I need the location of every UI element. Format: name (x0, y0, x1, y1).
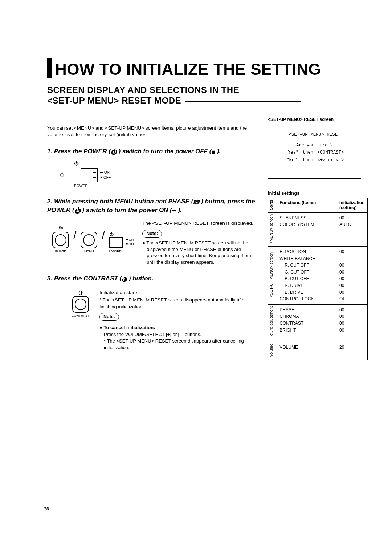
reset-no-left: "No" (283, 157, 301, 164)
reset-question: Are you sure ? (283, 142, 346, 149)
subtitle-line1: SCREEN DISPLAY AND SELECTIONS IN THE (47, 85, 301, 96)
initial-settings-caption: Initial settings (268, 190, 368, 196)
cancel-body2: * The <SET-UP MENU> RESET screen disappe… (99, 338, 258, 351)
sort-menu: <MENU> screen (269, 214, 273, 244)
step2-note-body: ● The <SET-UP MENU> RESET screen will no… (142, 240, 258, 265)
step2-title: 2. While pressing both MENU button and P… (47, 198, 258, 215)
power-icon: ⏻ (111, 148, 117, 156)
reset-yes-mid: then (301, 149, 315, 156)
table-row: Picture adjustment PHASECHROMACONTRASTBR… (268, 304, 368, 342)
contrast-icon: ◑ (122, 275, 127, 283)
header-functions: Functions (Items) (277, 198, 337, 212)
power-caption: POWER (74, 184, 258, 188)
table-row: Volume VOLUME 20 (268, 342, 368, 360)
power-icon: ⏻ (74, 207, 81, 215)
page-number: 10 (44, 506, 49, 511)
title-block: HOW TO INITIALIZE THE SETTING SCREEN DIS… (47, 58, 348, 106)
on-label: ON (104, 170, 110, 174)
step2-body: The <SET-UP MENU> RESET screen is displa… (142, 220, 258, 227)
reset-screen-caption: <SET-UP MENU> RESET screen (268, 117, 368, 122)
main-title: HOW TO INITIALIZE THE SETTING (55, 60, 321, 78)
reset-screen-title: <SET–UP MENU> RESET (268, 131, 361, 139)
setup-functions: H. POSITIONWHITE BALANCER. CUT OFFG. CUT… (277, 247, 337, 305)
sort-picture: Picture adjustment (269, 306, 273, 339)
step3-body1: Initialization starts. (99, 289, 258, 296)
cancel-body1: Press the VOLUME/SELECT [+] or [–] butto… (99, 331, 258, 338)
button-diagram: 📷︎ PHASE / MENU / ⏻ (52, 225, 135, 266)
step1-title: 1. Press the POWER (⏻ ) switch to turn t… (47, 147, 258, 156)
table-row: <MENU> screen SHARPNESSCOLOR SYSTEM 00AU… (268, 212, 368, 246)
phase-small-icon: 📷︎ (52, 225, 69, 231)
header-sorts: Sorts (269, 200, 273, 210)
volume-function: VOLUME (277, 342, 337, 360)
menu-values: 00AUTO (337, 212, 368, 246)
initial-settings-table: Sorts Functions (Items) Initialization (… (268, 198, 368, 360)
contrast-label: CONTRAST (69, 314, 92, 317)
reset-screen-box: <SET–UP MENU> RESET Are you sure ? "Yes"… (268, 125, 361, 179)
sort-volume: Volume (269, 344, 273, 357)
contrast-symbol-icon: ◑ (69, 289, 92, 295)
power-switch-diagram: ⏻ ON ■OFF POWER (60, 161, 258, 188)
contrast-button-diagram: ◑ CONTRAST (69, 289, 92, 351)
sort-setup: <SET-UP MENU> screen (269, 252, 273, 297)
mini-power-switch: ⏻ ON ■OFF POWER (109, 232, 135, 252)
step3-title: 3. Press the CONTRAST (◑ ) button. (47, 275, 258, 283)
header-init: Initialization (setting) (337, 198, 368, 212)
menu-label: MENU (81, 250, 97, 253)
table-row: <SET-UP MENU> screen H. POSITIONWHITE BA… (268, 247, 368, 305)
reset-no-right: <+> or <–> (315, 157, 346, 164)
note-pill-2: Note: (99, 313, 119, 321)
on-dash-icon (172, 210, 176, 211)
power-symbol-icon: ⏻ (74, 161, 258, 166)
left-column: You can set <MENU> and <SET-UP MENU> scr… (47, 116, 258, 360)
stop-icon: ■ (211, 148, 215, 156)
menu-button (81, 232, 97, 248)
reset-no-mid: then (301, 157, 315, 164)
cancel-heading: ● To cancel initialization. (99, 324, 258, 331)
menu-functions: SHARPNESSCOLOR SYSTEM (277, 212, 337, 246)
picture-functions: PHASECHROMACONTRASTBRIGHT (277, 304, 337, 342)
volume-value: 20 (337, 342, 368, 360)
intro-text: You can set <MENU> and <SET-UP MENU> scr… (47, 125, 258, 138)
right-column: <SET-UP MENU> RESET screen <SET–UP MENU>… (268, 116, 368, 360)
title-accent-bar (47, 58, 52, 78)
phase-button (52, 232, 69, 248)
subtitle-line2: <SET-UP MENU> RESET MODE (47, 96, 181, 106)
picture-values: 00000000 (337, 304, 368, 342)
off-label: OFF (103, 175, 111, 179)
reset-yes-right: <CONTRAST> (315, 149, 346, 156)
setup-values: 00 0000000000OFF (337, 247, 368, 305)
note-pill: Note: (142, 230, 162, 238)
reset-yes-left: "Yes" (283, 149, 301, 156)
phase-icon: 📷︎ (193, 198, 199, 206)
phase-label: PHASE (52, 250, 69, 253)
step3-body2: * The <SET-UP MENU> RESET screen disappe… (99, 297, 258, 310)
